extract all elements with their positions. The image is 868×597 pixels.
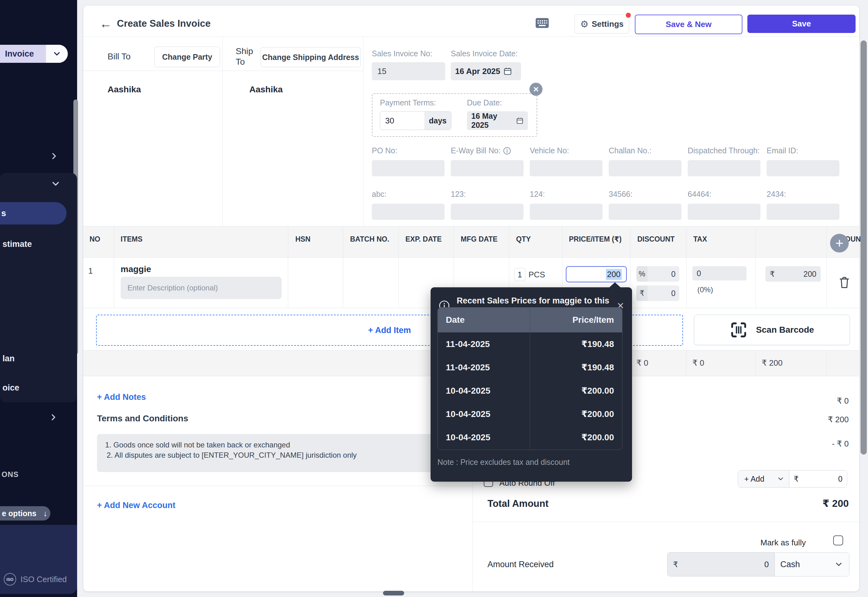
info-icon[interactable]: [503, 147, 511, 155]
due-date-input[interactable]: 16 May 2025: [467, 111, 528, 130]
col-divider: [114, 226, 114, 308]
custom-field-abc-input[interactable]: [372, 203, 445, 220]
summary-value-1: ₹ 0: [808, 396, 849, 406]
custom-field-123-input[interactable]: [451, 203, 524, 220]
row-qty-input[interactable]: 1: [514, 268, 525, 281]
summary-value-3: - ₹ 0: [808, 439, 849, 448]
row-item-name[interactable]: maggie: [121, 264, 151, 274]
popup-row[interactable]: 10-04-2025 ₹200.00: [438, 379, 622, 402]
popup-row[interactable]: 11-04-2025 ₹190.48: [438, 356, 622, 379]
sidebar-item-proforma-invoice[interactable]: oice: [3, 383, 19, 393]
sidebar-item-challan[interactable]: lan: [3, 354, 15, 364]
keyboard-shortcuts-button[interactable]: [536, 18, 549, 28]
amount-currency: ₹: [770, 270, 775, 279]
po-no-input[interactable]: [372, 160, 445, 176]
popup-row[interactable]: 11-04-2025 ₹190.48: [438, 333, 622, 356]
row-price-input[interactable]: 200: [566, 266, 627, 282]
change-shipping-address-button[interactable]: Change Shipping Address: [261, 47, 361, 67]
col-header-qty: QTY: [516, 235, 531, 244]
amount-received-input[interactable]: ₹ 0: [668, 552, 775, 576]
add-item-label: + Add Item: [368, 325, 411, 335]
col-header-batch: BATCH NO.: [350, 235, 389, 244]
custom-field-2434-input[interactable]: [767, 203, 840, 220]
mark-fully-paid-checkbox[interactable]: [833, 535, 843, 545]
add-charge-amount-input[interactable]: ₹ 0: [789, 471, 847, 487]
back-button[interactable]: ←: [99, 17, 112, 31]
chevron-right-icon: [49, 151, 59, 161]
col-header-discount: DISCOUNT: [637, 235, 675, 244]
dispatched-through-input[interactable]: [688, 160, 760, 176]
sidebar-item-estimate[interactable]: stimate: [3, 239, 32, 249]
scan-barcode-button[interactable]: Scan Barcode: [694, 315, 850, 345]
add-new-account-link[interactable]: + Add New Account: [97, 500, 175, 510]
chevron-down-icon: [777, 475, 785, 483]
custom-field-124-input[interactable]: [530, 203, 602, 220]
popup-row-price: ₹190.48: [530, 356, 622, 379]
popup-row-date: 11-04-2025: [438, 362, 530, 373]
row-price-value-selected: 200: [606, 269, 622, 280]
save-and-new-button[interactable]: Save & New: [635, 15, 742, 34]
popup-arrow: [609, 282, 621, 288]
settings-button[interactable]: ⚙ Settings: [574, 15, 629, 34]
close-payment-terms-button[interactable]: ×: [530, 83, 543, 96]
invoice-pill-chevron[interactable]: [46, 45, 68, 63]
payment-terms-input[interactable]: 30 days: [380, 111, 451, 130]
popup-row-price: ₹200.00: [530, 426, 622, 449]
popup-row[interactable]: 10-04-2025 ₹200.00: [438, 402, 622, 426]
billto-shipto-divider: [222, 36, 223, 226]
keyboard-icon: [536, 18, 549, 28]
sidebar-item-sales-invoices-active[interactable]: s: [0, 202, 67, 224]
delete-row-button[interactable]: [838, 275, 850, 290]
po-no-label: PO No:: [372, 146, 397, 155]
payment-terms-unit: days: [424, 111, 451, 130]
amount-received-control[interactable]: ₹ 0 Cash: [667, 552, 849, 576]
payment-mode-dropdown[interactable]: Cash: [775, 552, 849, 576]
sidebar-expand-chevron[interactable]: [49, 151, 59, 161]
chevron-down-icon: [50, 178, 61, 189]
challan-no-input[interactable]: [609, 160, 681, 176]
invoice-type-dropdown[interactable]: Invoice: [0, 45, 68, 63]
bill-to-label: Bill To: [108, 52, 131, 62]
custom-field-64464-input[interactable]: [688, 203, 760, 220]
add-column-button[interactable]: +: [830, 234, 849, 252]
sidebar-section-chevron[interactable]: [49, 412, 58, 422]
more-options-button[interactable]: e options ↓: [0, 506, 50, 521]
change-party-button[interactable]: Change Party: [154, 47, 220, 67]
popup-price-table: Date Price/Item 11-04-2025 ₹190.48 11-04…: [438, 307, 622, 450]
window-vertical-scrollbar[interactable]: [861, 40, 867, 454]
ship-to-label: Ship To: [236, 46, 261, 67]
sidebar-collapse-chevron[interactable]: [50, 178, 61, 189]
row-discount-amount-input[interactable]: ₹ 0: [637, 285, 679, 301]
add-notes-link[interactable]: + Add Notes: [97, 392, 146, 402]
col-header-mfg-date: MFG DATE: [461, 235, 497, 244]
header-divider: [83, 36, 859, 37]
invoice-no-input[interactable]: 15: [372, 62, 445, 80]
settings-alert-dot: [626, 13, 631, 18]
custom-field-34566-input[interactable]: [609, 203, 681, 220]
row-qty-unit[interactable]: PCS: [528, 270, 545, 279]
vehicle-no-input[interactable]: [530, 160, 602, 176]
popup-col-date: Date: [438, 315, 530, 325]
col-divider: [288, 226, 288, 308]
row-description-input[interactable]: Enter Description (optional): [121, 277, 282, 299]
col-header-hsn: HSN: [295, 235, 310, 244]
email-id-input[interactable]: [767, 160, 840, 176]
iso-certified-label: ISO Certified: [21, 575, 67, 584]
row-tax-input[interactable]: 0: [692, 266, 746, 281]
total-amount-label: Total Amount: [487, 498, 548, 509]
calendar-icon: [503, 67, 512, 76]
terms-text-box[interactable]: 1. Goods once sold will not be taken bac…: [97, 434, 463, 472]
popup-row-date: 11-04-2025: [438, 339, 530, 349]
row-discount-percent-input[interactable]: % 0: [637, 266, 679, 282]
dispatched-through-label: Dispatched Through:: [688, 146, 760, 155]
eway-bill-label-wrap: E-Way Bill No:: [451, 146, 511, 155]
add-charge-control[interactable]: + Add ₹ 0: [738, 470, 847, 487]
eway-bill-input[interactable]: [451, 160, 524, 176]
payment-mode-value: Cash: [780, 560, 800, 569]
save-button[interactable]: Save: [747, 15, 856, 33]
window-horizontal-scrollbar[interactable]: [383, 591, 404, 596]
invoice-date-input[interactable]: 16 Apr 2025: [451, 62, 521, 80]
add-charge-dropdown[interactable]: + Add: [738, 471, 789, 487]
popup-row-date: 10-04-2025: [438, 432, 530, 443]
popup-row[interactable]: 10-04-2025 ₹200.00: [438, 426, 622, 449]
